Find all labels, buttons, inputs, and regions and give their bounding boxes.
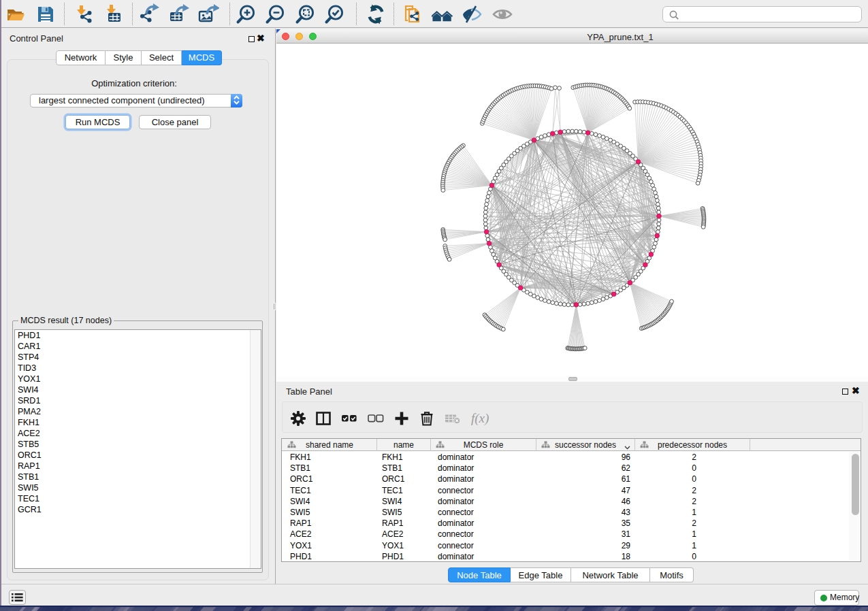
svg-text:f(x): f(x) [471, 411, 489, 426]
